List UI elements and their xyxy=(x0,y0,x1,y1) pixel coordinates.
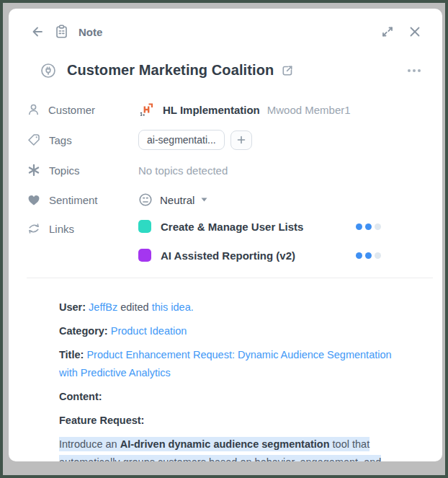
integration-plug-icon xyxy=(40,63,56,79)
topbar: Note xyxy=(9,9,442,39)
content-line: Content: xyxy=(59,388,409,406)
category-value-link[interactable]: Product Ideation xyxy=(111,325,187,337)
links-label: Links xyxy=(49,223,74,235)
category-label: Category: xyxy=(59,325,108,337)
tag-chip[interactable]: ai-segmentati... xyxy=(138,130,225,150)
topics-asterisk-icon xyxy=(27,164,40,177)
title-row: Customer Marketing Coalition xyxy=(40,62,422,79)
chevron-down-icon xyxy=(201,198,207,202)
sentiment-value: Neutral xyxy=(160,194,194,206)
external-link-icon[interactable] xyxy=(281,64,294,77)
record-type-label: Note xyxy=(79,26,102,38)
feature-text-bold: AI-driven dynamic audience segmentation xyxy=(120,438,330,450)
note-content: User: JeffBz edited this idea. Category:… xyxy=(59,298,409,461)
link-strength-dots xyxy=(356,252,381,259)
close-icon[interactable] xyxy=(408,25,422,39)
link-color-swatch xyxy=(138,249,151,262)
neutral-face-icon xyxy=(138,192,153,207)
field-customer: Customer HL Implementation Mwood Member1 xyxy=(27,100,442,119)
heart-icon xyxy=(27,194,40,206)
title-line: Title: Product Enhancement Request: Dyna… xyxy=(59,346,409,382)
note-title-link[interactable]: Product Enhancement Request: Dynamic Aud… xyxy=(59,349,392,379)
note-title-label: Title: xyxy=(59,349,84,360)
link-strength-dots xyxy=(356,223,381,230)
tags-label: Tags xyxy=(49,134,72,146)
customer-label: Customer xyxy=(48,104,95,116)
highlighted-text: Introduce an AI-driven dynamic audience … xyxy=(59,437,381,461)
field-links: Links Create & Manage User Lists AI Assi… xyxy=(27,220,442,262)
category-line: Category: Product Ideation xyxy=(59,322,409,340)
feature-text-pre: Introduce an xyxy=(59,438,117,450)
more-menu-button[interactable] xyxy=(406,65,422,76)
field-sentiment: Sentiment Neutral xyxy=(27,190,442,209)
hl-company-logo xyxy=(138,101,155,118)
note-icon xyxy=(55,25,68,39)
topics-label: Topics xyxy=(49,164,80,177)
linked-item[interactable]: Create & Manage User Lists xyxy=(138,220,381,233)
expand-icon[interactable] xyxy=(380,25,395,39)
feature-request-paragraph: Introduce an AI-driven dynamic audience … xyxy=(59,435,409,461)
sentiment-dropdown[interactable]: Neutral xyxy=(138,192,207,207)
field-topics: Topics No topics detected xyxy=(27,161,442,180)
feature-request-label: Feature Request: xyxy=(59,415,144,426)
screenshot-frame: Note Customer Marketing xyxy=(0,0,448,478)
user-action-text: edited xyxy=(120,301,149,313)
fields-section: Customer HL Implementation Mwood Member1 xyxy=(27,100,442,262)
feature-request-label-line: Feature Request: xyxy=(59,412,409,430)
topics-empty-text: No topics detected xyxy=(138,164,228,177)
user-line: User: JeffBz edited this idea. xyxy=(59,298,409,317)
sentiment-label: Sentiment xyxy=(49,194,98,206)
page-title: Customer Marketing Coalition xyxy=(67,62,274,79)
link-name: Create & Manage User Lists xyxy=(161,221,303,233)
customer-contact-name: Mwood Member1 xyxy=(267,104,351,116)
link-color-swatch xyxy=(138,220,151,233)
add-tag-button[interactable] xyxy=(230,130,252,150)
linked-item[interactable]: AI Assisted Reporting (v2) xyxy=(138,249,381,262)
back-button[interactable] xyxy=(30,25,45,39)
note-panel: Note Customer Marketing xyxy=(9,9,442,461)
idea-link[interactable]: this idea. xyxy=(152,301,194,313)
content-label: Content: xyxy=(59,391,102,402)
section-divider xyxy=(27,278,433,278)
links-arrows-icon xyxy=(27,222,40,235)
user-label: User: xyxy=(59,301,86,313)
tag-icon xyxy=(27,133,40,146)
customer-company-link[interactable]: HL Implementation xyxy=(163,104,260,116)
user-icon xyxy=(27,103,40,116)
field-tags: Tags ai-segmentati... xyxy=(27,130,442,150)
user-name-link[interactable]: JeffBz xyxy=(89,301,117,313)
link-name: AI Assisted Reporting (v2) xyxy=(161,249,295,262)
